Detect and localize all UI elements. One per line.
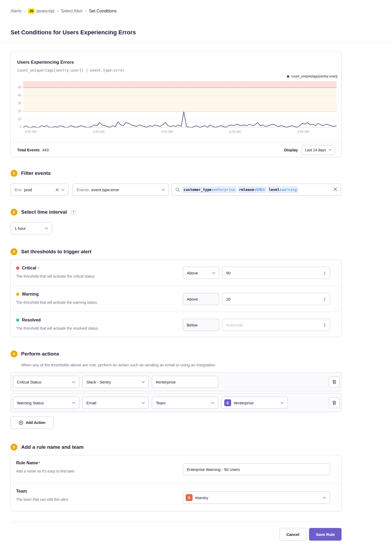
step-4-heading: 4 Perform actions	[11, 350, 342, 357]
breadcrumb-current: Set Conditions	[89, 9, 116, 13]
search-token[interactable]: release:EMEA	[238, 187, 266, 193]
number-stepper-icon[interactable]	[323, 297, 326, 302]
critical-value-input[interactable]	[226, 271, 319, 275]
threshold-description: The threshold that will activate the war…	[16, 300, 98, 305]
search-filter-input[interactable]: customer_type:enterprise release:EMEA le…	[171, 184, 341, 196]
search-token[interactable]: level:warning	[268, 187, 298, 193]
event-types-label: Events:	[77, 188, 90, 192]
chevron-down-icon	[323, 497, 326, 499]
chart-series	[23, 81, 337, 127]
thresholds-panel: Critical * The threshold that will activ…	[11, 260, 342, 337]
chart-query: count_unique(tags[sentry:user]) | event.…	[17, 68, 124, 72]
search-tokens: customer_type:enterprise release:EMEA le…	[183, 187, 298, 193]
rule-team-row: Team The team that can edit this alert. …	[11, 483, 341, 512]
time-range-select[interactable]: Last 14 days	[302, 145, 335, 155]
number-stepper-icon[interactable]	[323, 323, 326, 328]
threshold-description: The threshold that will activate the res…	[16, 326, 99, 330]
breadcrumb-project-label: javascript	[36, 9, 54, 13]
chevron-down-icon	[281, 402, 284, 404]
environment-value: prod	[24, 188, 32, 192]
y-tick: 20	[18, 109, 21, 113]
plus-circle-icon	[19, 420, 23, 425]
clear-environment-icon[interactable]	[56, 188, 59, 192]
step-2-badge: 2	[11, 209, 17, 216]
chart-plot-area	[23, 81, 337, 127]
filter-row: Env: prod Events: event.type:error custo…	[11, 184, 342, 196]
total-events-value: 443	[42, 148, 49, 152]
step-2-title: Select time interval	[21, 209, 67, 215]
trash-icon	[332, 401, 336, 405]
search-token[interactable]: customer_type:enterprise	[183, 187, 236, 193]
x-tick: 4:00 AM	[227, 130, 244, 134]
environment-select[interactable]: Env: prod	[11, 184, 68, 196]
chevron-down-icon	[72, 381, 75, 383]
chevron-down-icon	[329, 149, 332, 151]
resolved-status-icon	[16, 319, 19, 322]
save-rule-button[interactable]: Save Rule	[309, 528, 342, 541]
action-integration-select[interactable]: Email	[82, 397, 149, 409]
chart-panel: Users Experiencing Errors count_unique(t…	[11, 52, 342, 157]
chevron-down-icon	[61, 189, 64, 191]
rule-name-row: Rule Name * Add a name so it's easy to f…	[11, 455, 341, 483]
step-5-badge: 5	[11, 444, 17, 451]
number-stepper-icon[interactable]	[323, 271, 326, 276]
page-title: Set Conditions for Users Experiencing Er…	[11, 29, 342, 36]
rule-name-input[interactable]	[187, 467, 326, 472]
required-asterisk: *	[39, 461, 40, 465]
breadcrumb-project[interactable]: JS javascript	[28, 8, 54, 14]
step-2-heading: 2 Select time interval ?	[11, 209, 342, 216]
add-action-button[interactable]: Add Action	[11, 417, 54, 429]
total-events-label: Total Events	[17, 148, 40, 152]
team-avatar: E	[224, 399, 231, 406]
chart-x-axis: 4:00 AM 4:00 AM 4:00 AM 4:00 AM 4:00 AM	[23, 130, 337, 134]
action-integration-select[interactable]: Slack - Sentry	[82, 376, 149, 388]
breadcrumb-separator: ›	[24, 9, 25, 13]
action-status-select[interactable]: Warning Status	[13, 397, 79, 409]
rule-team-description: The team that can edit this alert.	[16, 497, 69, 502]
step-4-title: Perform actions	[21, 351, 59, 357]
step-3-title: Set thresholds to trigger alert	[21, 249, 91, 255]
y-tick: 10	[18, 117, 21, 121]
breadcrumb-separator: ›	[57, 9, 58, 13]
threshold-name: Warning	[22, 292, 39, 297]
chart-footer: Total Events 443 Display Last 14 days	[11, 143, 341, 157]
critical-threshold-row: Critical * The threshold that will activ…	[11, 260, 341, 286]
step-5-heading: 5 Add a rule name and team	[11, 444, 342, 451]
chevron-down-icon	[162, 189, 165, 191]
search-icon	[175, 188, 180, 192]
time-range-value: Last 14 days	[305, 148, 326, 152]
help-icon[interactable]: ?	[71, 210, 76, 214]
cancel-button[interactable]: Cancel	[279, 528, 306, 541]
delete-action-button[interactable]	[329, 376, 340, 387]
rule-name-description: Add a name so it's easy to find later.	[16, 469, 75, 473]
chart-legend: count_unique(tags[sentry:user])	[287, 74, 338, 78]
clear-search-icon[interactable]	[334, 187, 337, 192]
y-tick: 0	[20, 125, 21, 129]
step-3-heading: 3 Set thresholds to trigger alert	[11, 248, 342, 255]
critical-operator-select[interactable]: Above	[183, 267, 219, 279]
warning-value-input[interactable]	[226, 297, 319, 301]
chevron-down-icon	[211, 402, 214, 404]
warning-operator-button[interactable]: Above	[183, 293, 219, 305]
resolved-operator-button[interactable]: Below	[183, 319, 219, 331]
chart-title: Users Experiencing Errors	[17, 60, 74, 65]
event-types-value: event.type:error	[91, 188, 119, 192]
breadcrumb-select-alert[interactable]: Select Alert	[61, 9, 82, 13]
environment-label: Env:	[15, 188, 22, 192]
resolved-threshold-row: Resolved The threshold that will activat…	[11, 312, 341, 337]
action-team-select[interactable]: E #enterprise	[221, 397, 288, 409]
time-interval-select[interactable]: 1 hour	[11, 222, 52, 234]
rule-name-label: Rule Name	[16, 461, 38, 465]
action-status-select[interactable]: Critical Status	[13, 376, 79, 388]
breadcrumb-alerts[interactable]: Alerts	[11, 9, 21, 13]
event-types-select[interactable]: Events: event.type:error	[73, 184, 169, 196]
delete-action-button[interactable]	[329, 397, 340, 408]
x-tick: 4:00 AM	[158, 130, 175, 134]
action-channel-input[interactable]	[156, 380, 215, 384]
resolved-value-field	[222, 319, 330, 331]
footer-divider	[11, 522, 342, 522]
action-row-critical: Critical Status Slack - Sentry	[11, 372, 342, 391]
rule-team-select[interactable]: S #sentry	[183, 492, 330, 504]
resolved-value-input[interactable]	[226, 323, 319, 327]
action-target-type-select[interactable]: Team	[152, 397, 218, 409]
